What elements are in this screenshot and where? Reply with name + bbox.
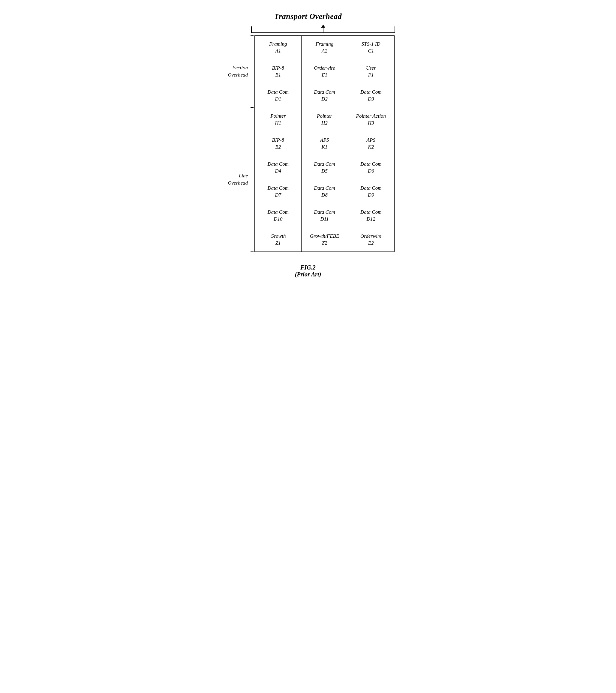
cell-name-text: Data Com bbox=[314, 89, 335, 96]
line-label-line2: Overhead bbox=[228, 179, 248, 187]
cell-code-text: A2 bbox=[322, 48, 327, 55]
cell-name-text: Growth/FEBE bbox=[310, 233, 339, 240]
cell-code-text: A1 bbox=[275, 48, 281, 55]
cell-name-text: User bbox=[366, 65, 376, 72]
cell-name-text: Data Com bbox=[360, 161, 381, 168]
labels-column: Section Overhead Line Overhead bbox=[221, 35, 255, 252]
cell-code-text: K2 bbox=[368, 144, 374, 151]
cell-code-text: D9 bbox=[368, 192, 374, 199]
table-cell: APSK2 bbox=[348, 132, 394, 156]
cell-name-text: APS bbox=[367, 137, 375, 144]
table-cell: PointerH1 bbox=[255, 108, 301, 132]
cell-name-text: Orderwire bbox=[360, 233, 382, 240]
cell-code-text: B2 bbox=[275, 144, 281, 151]
table-cell: Data ComD12 bbox=[348, 204, 394, 228]
cell-code-text: D7 bbox=[275, 192, 281, 199]
table-cell: Data ComD2 bbox=[301, 84, 348, 108]
table-cell: Data ComD4 bbox=[255, 156, 301, 180]
cell-code-text: Z2 bbox=[322, 240, 327, 247]
table-cell: Data ComD10 bbox=[255, 204, 301, 228]
table-cell: FramingA1 bbox=[255, 36, 301, 60]
cell-code-text: D10 bbox=[274, 216, 282, 223]
line-label-text: Line Overhead bbox=[221, 107, 250, 252]
cell-code-text: F1 bbox=[368, 72, 374, 79]
cell-code-text: H1 bbox=[275, 120, 281, 127]
side-labels: Section Overhead Line Overhead bbox=[221, 35, 255, 252]
cell-code-text: H3 bbox=[368, 120, 374, 127]
section-label-text: Section Overhead bbox=[221, 35, 250, 107]
cell-code-text: D4 bbox=[275, 168, 281, 175]
cell-name-text: Orderwire bbox=[314, 65, 335, 72]
cell-code-text: K1 bbox=[322, 144, 327, 151]
cell-name-text: APS bbox=[320, 137, 329, 144]
cell-code-text: H2 bbox=[321, 120, 327, 127]
bracket-left-tick bbox=[251, 26, 252, 33]
cell-name-text: Framing bbox=[316, 41, 334, 48]
table-cell: STS-1 IDC1 bbox=[348, 36, 394, 60]
cell-code-text: D11 bbox=[320, 216, 329, 223]
cell-name-text: Data Com bbox=[360, 185, 381, 192]
cell-name-text: Growth bbox=[270, 233, 286, 240]
cell-name-text: Data Com bbox=[314, 209, 335, 216]
fig-label: FIG.2 bbox=[295, 264, 321, 271]
cell-code-text: B1 bbox=[275, 72, 281, 79]
page-container: Transport Overhead Section Overhead bbox=[203, 12, 413, 278]
transport-overhead-bracket bbox=[251, 26, 395, 35]
cell-name-text: Data Com bbox=[267, 209, 289, 216]
cell-name-text: Data Com bbox=[267, 185, 289, 192]
cell-name-text: BIP-8 bbox=[272, 65, 284, 72]
cell-code-text: Z1 bbox=[275, 240, 281, 247]
cell-code-text: E2 bbox=[368, 240, 374, 247]
table-cell: Data ComD6 bbox=[348, 156, 394, 180]
table-cell: GrowthZ1 bbox=[255, 228, 301, 252]
cell-name-text: Pointer bbox=[317, 113, 332, 120]
bracket-right-tick bbox=[395, 26, 395, 33]
caption-area: FIG.2 (Prior Art) bbox=[295, 264, 321, 278]
table-cell: BIP-8B1 bbox=[255, 60, 301, 84]
table-cell: Growth/FEBEZ2 bbox=[301, 228, 348, 252]
cell-code-text: D3 bbox=[368, 96, 374, 103]
cell-name-text: Data Com bbox=[360, 89, 381, 96]
cell-code-text: D8 bbox=[321, 192, 327, 199]
table-cell: Data ComD1 bbox=[255, 84, 301, 108]
cell-name-text: Data Com bbox=[314, 185, 335, 192]
cell-name-text: STS-1 ID bbox=[361, 41, 380, 48]
bracket-center-line bbox=[323, 26, 323, 33]
cell-code-text: D12 bbox=[367, 216, 375, 223]
overhead-table: FramingA1FramingA2STS-1 IDC1BIP-8B1Order… bbox=[255, 35, 395, 252]
cell-name-text: Framing bbox=[269, 41, 287, 48]
cell-code-text: D5 bbox=[321, 168, 327, 175]
cell-name-text: Data Com bbox=[314, 161, 335, 168]
section-bracket bbox=[250, 35, 255, 107]
line-label-line1: Line bbox=[239, 172, 248, 179]
cell-code-text: D6 bbox=[368, 168, 374, 175]
cell-name-text: Data Com bbox=[267, 161, 289, 168]
section-label-line1: Section bbox=[233, 64, 248, 72]
cell-code-text: D1 bbox=[275, 96, 281, 103]
line-bracket bbox=[250, 107, 255, 252]
section-label-block: Section Overhead bbox=[221, 35, 255, 107]
table-cell: Data ComD7 bbox=[255, 180, 301, 204]
table-cell: Data ComD3 bbox=[348, 84, 394, 108]
cell-code-text: C1 bbox=[368, 48, 374, 55]
cell-name-text: Data Com bbox=[267, 89, 289, 96]
table-cell: OrderwireE1 bbox=[301, 60, 348, 84]
fig-sublabel: (Prior Art) bbox=[295, 271, 321, 278]
section-label-line2: Overhead bbox=[228, 72, 248, 79]
table-cell: APSK1 bbox=[301, 132, 348, 156]
table-cell: OrderwireE2 bbox=[348, 228, 394, 252]
cell-name-text: BIP-8 bbox=[272, 137, 284, 144]
table-cell: FramingA2 bbox=[301, 36, 348, 60]
table-cell: Data ComD5 bbox=[301, 156, 348, 180]
diagram-area: Section Overhead Line Overhead bbox=[221, 35, 395, 252]
table-cell: Pointer ActionH3 bbox=[348, 108, 394, 132]
line-bracket-line bbox=[252, 108, 252, 251]
cell-code-text: D2 bbox=[321, 96, 327, 103]
main-title: Transport Overhead bbox=[274, 12, 342, 21]
table-cell: Data ComD9 bbox=[348, 180, 394, 204]
table-cell: Data ComD8 bbox=[301, 180, 348, 204]
cell-name-text: Data Com bbox=[360, 209, 381, 216]
line-label-block: Line Overhead bbox=[221, 107, 255, 252]
table-cell: PointerH2 bbox=[301, 108, 348, 132]
section-bracket-line bbox=[252, 36, 252, 107]
